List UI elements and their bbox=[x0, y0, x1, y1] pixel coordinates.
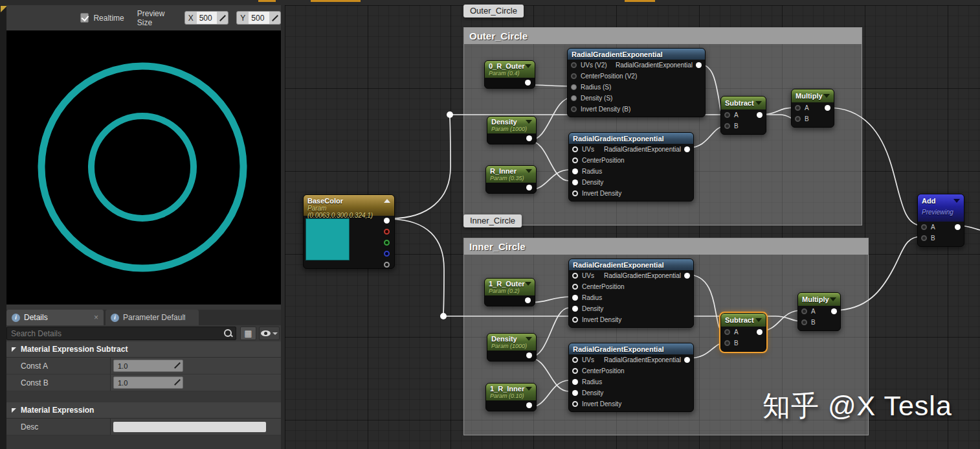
chevron-down-icon[interactable] bbox=[830, 297, 836, 301]
output-pin[interactable] bbox=[526, 402, 532, 408]
input-pin-b[interactable] bbox=[795, 116, 801, 122]
output-pin[interactable] bbox=[684, 357, 690, 363]
output-pin[interactable] bbox=[757, 329, 763, 335]
chevron-down-icon[interactable] bbox=[526, 120, 532, 124]
chevron-down-icon[interactable] bbox=[525, 64, 531, 68]
output-pin[interactable] bbox=[526, 352, 532, 358]
input-pin-uvs[interactable] bbox=[572, 273, 578, 279]
node-subtract-outer[interactable]: Subtract A B bbox=[720, 96, 766, 135]
input-pin-centerposition[interactable] bbox=[572, 284, 578, 290]
input-pin-density[interactable] bbox=[572, 306, 578, 312]
material-preview-viewport[interactable] bbox=[6, 30, 281, 305]
output-pin[interactable] bbox=[696, 62, 702, 68]
realtime-checkbox[interactable] bbox=[80, 13, 89, 23]
param-node-density-inner[interactable]: Density Param (1000) bbox=[487, 333, 537, 362]
drag-resize-icon[interactable] bbox=[219, 14, 226, 21]
grid-view-button[interactable]: ▦ bbox=[240, 327, 257, 340]
input-pin-a[interactable] bbox=[724, 329, 730, 335]
collapse-arrow-icon[interactable] bbox=[12, 408, 16, 413]
node-radialgradientexponential-4[interactable]: RadialGradientExponential UVs RadialGrad… bbox=[568, 343, 694, 412]
chevron-down-icon[interactable] bbox=[953, 199, 960, 203]
input-pin-invert-density[interactable] bbox=[572, 190, 578, 196]
section-material-expression[interactable]: Material Expression bbox=[6, 402, 281, 419]
input-pin-a[interactable] bbox=[724, 112, 730, 118]
node-subtract-inner-selected[interactable]: Subtract A B bbox=[720, 313, 766, 352]
const-a-input[interactable] bbox=[114, 360, 183, 371]
chevron-down-icon[interactable] bbox=[755, 101, 762, 105]
input-pin-uvs[interactable] bbox=[571, 62, 577, 68]
collapse-icon[interactable] bbox=[384, 199, 390, 203]
desc-input[interactable] bbox=[113, 422, 266, 432]
input-pin-b[interactable] bbox=[724, 123, 730, 129]
input-pin-b[interactable] bbox=[801, 319, 807, 325]
const-a-field[interactable] bbox=[113, 360, 183, 372]
comment-header[interactable]: Outer_Circle bbox=[464, 28, 862, 44]
node-basecolor[interactable]: BaseColor Param (0.0063,0.300,0.324,1) bbox=[303, 194, 395, 269]
drag-resize-icon[interactable] bbox=[173, 362, 181, 369]
input-pin-b[interactable] bbox=[921, 235, 927, 241]
output-pin[interactable] bbox=[757, 112, 763, 118]
output-pin[interactable] bbox=[526, 135, 532, 141]
const-b-input[interactable] bbox=[114, 377, 183, 388]
output-pin[interactable] bbox=[525, 80, 531, 86]
node-add[interactable]: Add Previewing A B bbox=[917, 194, 964, 247]
input-pin-density[interactable] bbox=[571, 95, 577, 101]
chevron-down-icon[interactable] bbox=[526, 169, 532, 173]
input-pin-radius[interactable] bbox=[572, 379, 578, 385]
output-pin[interactable] bbox=[825, 105, 830, 111]
input-pin-invert-density[interactable] bbox=[572, 317, 578, 323]
node-multiply-outer[interactable]: Multiply A B bbox=[791, 89, 834, 128]
output-pin-a[interactable] bbox=[384, 262, 390, 268]
comment-header[interactable]: Inner_Circle bbox=[464, 238, 868, 255]
input-pin-a[interactable] bbox=[795, 105, 801, 111]
output-pin[interactable] bbox=[684, 146, 690, 152]
drag-resize-icon[interactable] bbox=[173, 378, 181, 386]
tab-details[interactable]: i Details × bbox=[6, 310, 104, 325]
param-node-1-r-inner[interactable]: 1_R_Inner Param (0.10) bbox=[485, 383, 537, 411]
param-node-r-inner[interactable]: R_Inner Param (0.35) bbox=[485, 165, 537, 194]
input-pin-centerposition[interactable] bbox=[571, 73, 577, 79]
search-input[interactable] bbox=[7, 327, 236, 340]
output-pin[interactable] bbox=[831, 308, 837, 314]
chevron-down-icon[interactable] bbox=[526, 337, 532, 341]
chevron-down-icon[interactable] bbox=[526, 387, 532, 391]
output-pin-g[interactable] bbox=[384, 240, 390, 246]
y-value[interactable]: 500 bbox=[249, 12, 269, 24]
input-pin-b[interactable] bbox=[724, 340, 730, 346]
node-multiply-inner[interactable]: Multiply A B bbox=[797, 292, 841, 331]
input-pin-centerposition[interactable] bbox=[572, 368, 578, 374]
param-node-density-outer[interactable]: Density Param (1000) bbox=[487, 116, 537, 144]
x-value[interactable]: 500 bbox=[197, 12, 217, 24]
output-pin[interactable] bbox=[526, 185, 532, 190]
input-pin-radius[interactable] bbox=[571, 84, 577, 90]
input-pin-uvs[interactable] bbox=[572, 146, 578, 152]
color-swatch[interactable] bbox=[306, 218, 350, 260]
tab-parameter-defaults[interactable]: i Parameter Defaults bbox=[106, 310, 199, 325]
preview-size-x-input[interactable]: X 500 bbox=[184, 11, 229, 25]
output-pin[interactable] bbox=[955, 224, 961, 230]
node-radialgradientexponential-1[interactable]: RadialGradientExponential UVs (V2) Radia… bbox=[567, 48, 706, 117]
input-pin-density[interactable] bbox=[572, 390, 578, 396]
visibility-filter-button[interactable] bbox=[259, 327, 280, 340]
output-pin-b[interactable] bbox=[384, 251, 390, 257]
param-node-1-r-outer[interactable]: 1_R_Outer Param (0.2) bbox=[484, 278, 535, 306]
search-box[interactable] bbox=[6, 327, 236, 340]
preview-size-y-input[interactable]: Y 500 bbox=[236, 11, 281, 25]
collapse-arrow-icon[interactable] bbox=[12, 347, 16, 352]
input-pin-uvs[interactable] bbox=[572, 357, 578, 363]
param-node-0-r-outer[interactable]: 0_R_Outer Param (0.4) bbox=[484, 60, 535, 89]
node-radialgradientexponential-3[interactable]: RadialGradientExponential UVs RadialGrad… bbox=[568, 259, 694, 328]
output-pin-rgba[interactable] bbox=[384, 218, 390, 224]
node-radialgradientexponential-2[interactable]: RadialGradientExponential UVs RadialGrad… bbox=[568, 132, 694, 201]
output-pin-r[interactable] bbox=[384, 229, 390, 235]
section-material-expression-subtract[interactable]: Material Expression Subtract bbox=[6, 341, 281, 358]
input-pin-invert-density[interactable] bbox=[571, 106, 577, 112]
close-icon[interactable]: × bbox=[89, 313, 98, 322]
input-pin-radius[interactable] bbox=[572, 168, 578, 174]
input-pin-a[interactable] bbox=[921, 224, 927, 230]
input-pin-centerposition[interactable] bbox=[572, 157, 578, 163]
output-pin[interactable] bbox=[684, 273, 690, 279]
input-pin-radius[interactable] bbox=[572, 295, 578, 301]
output-pin[interactable] bbox=[525, 297, 531, 303]
const-b-field[interactable] bbox=[113, 376, 183, 389]
